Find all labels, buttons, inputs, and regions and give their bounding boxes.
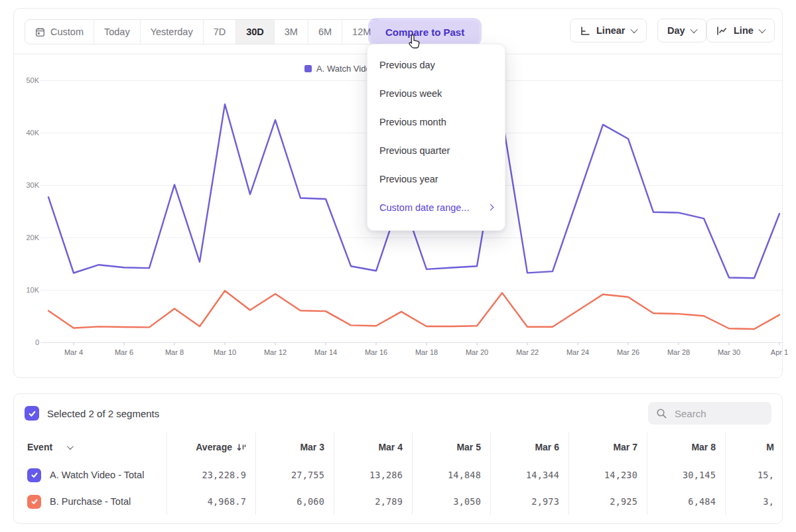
segment-label: A. Watch Video - Total [50,470,144,480]
chevron-right-icon [488,204,494,211]
table-cell: 3, [725,488,783,515]
cursor-pointer-icon [407,33,425,51]
segment-checkbox-a-watch-video-total[interactable] [27,468,41,482]
search-icon [656,408,667,419]
table-cell: 14,230 [568,462,647,488]
segments-bar: Selected 2 of 2 segments [14,394,782,432]
column-header-mar-8: Mar 8 [647,432,725,462]
table-cell: 27,755 [255,462,334,488]
series-b-purchase-total [48,291,779,329]
segments-panel: Selected 2 of 2 segments EventAverageMar… [13,393,783,524]
segment-label: B. Purchase - Total [50,496,131,507]
x-axis-tick: Mar 22 [507,348,547,356]
column-header-mar-6: Mar 6 [490,432,568,462]
y-axis-tick: 50K [14,76,39,84]
column-header-label: M [766,442,774,452]
column-header-m: M [725,432,783,462]
table-cell: 2,789 [334,488,412,515]
y-axis-tick: 10K [14,286,39,294]
y-axis-tick: 0 [14,338,39,346]
menu-item-previous-week[interactable]: Previous week [367,79,505,107]
column-header-label: Mar 6 [535,442,559,452]
segments-label: Selected 2 of 2 segments [47,408,159,419]
menu-item-previous-day[interactable]: Previous day [367,50,505,79]
table-cell: 14,344 [490,462,568,488]
table-cell: 6,484 [647,488,725,515]
y-axis-tick: 30K [14,181,39,189]
search-input[interactable] [673,407,756,420]
menu-item-previous-year[interactable]: Previous year [367,165,505,193]
select-all-checkbox[interactable] [25,406,39,421]
column-header-label: Event [27,442,52,452]
events-table: EventAverageMar 3Mar 4Mar 5Mar 6Mar 7Mar… [14,432,783,515]
check-icon [31,471,38,479]
x-axis-tick: Mar 12 [255,348,295,356]
y-axis-tick: 20K [14,233,39,241]
table-cell: 30,145 [647,462,725,488]
table-cell: 6,060 [255,488,334,515]
column-header-mar-3: Mar 3 [255,432,334,462]
table-cell: 23,228.9 [166,462,255,488]
table-cell: 14,848 [412,462,490,488]
x-axis-tick: Mar 14 [306,348,346,356]
check-icon [31,498,38,505]
segment-checkbox-b-purchase-total[interactable] [27,495,41,509]
column-header-label: Mar 7 [613,442,637,452]
column-header-mar-5: Mar 5 [412,432,490,462]
x-axis-tick: Mar 28 [659,348,698,356]
x-axis-tick: Mar 20 [457,348,497,356]
sort-descending-icon [237,443,246,452]
menu-item-previous-month[interactable]: Previous month [367,107,505,136]
column-header-mar-4: Mar 4 [334,432,412,462]
column-header-label: Average [196,442,232,452]
column-header-label: Mar 8 [691,442,716,452]
table-row-label-cell: B. Purchase - Total [14,488,166,515]
search-box[interactable] [648,402,771,425]
compare-dropdown-menu: Previous dayPrevious weekPrevious monthP… [367,44,505,231]
x-axis-tick: Mar 4 [54,348,94,356]
column-header-mar-7: Mar 7 [568,432,647,462]
x-axis-tick: Mar 6 [104,348,144,356]
menu-item-custom-date-range[interactable]: Custom date range... [367,193,505,222]
x-axis-tick: Mar 18 [407,348,446,356]
x-axis-tick: Mar 26 [608,348,648,356]
x-axis-tick: Mar 24 [558,348,598,356]
menu-item-previous-quarter[interactable]: Previous quarter [367,136,505,165]
column-header-label: Mar 3 [300,442,324,452]
y-axis-tick: 40K [14,129,39,137]
x-axis-tick: Mar 16 [356,348,396,356]
x-axis-tick: Mar 8 [155,348,194,356]
table-cell: 3,050 [412,488,490,515]
column-header-average[interactable]: Average [166,432,255,462]
table-cell: 4,968.7 [166,488,255,515]
table-row-label-cell: A. Watch Video - Total [14,462,166,488]
column-header-event[interactable]: Event [14,432,166,462]
x-axis-tick: Mar 30 [709,348,749,356]
check-icon [28,409,36,418]
x-axis-tick: Apr 1 [760,348,796,356]
table-cell: 13,286 [334,462,412,488]
table-cell: 15, [725,462,783,488]
x-axis-tick: Mar 10 [205,348,245,356]
table-cell: 2,925 [568,488,647,515]
column-header-label: Mar 5 [456,442,481,452]
table-cell: 2,973 [490,488,568,515]
chevron-down-icon [67,443,74,450]
column-header-label: Mar 4 [378,442,403,452]
